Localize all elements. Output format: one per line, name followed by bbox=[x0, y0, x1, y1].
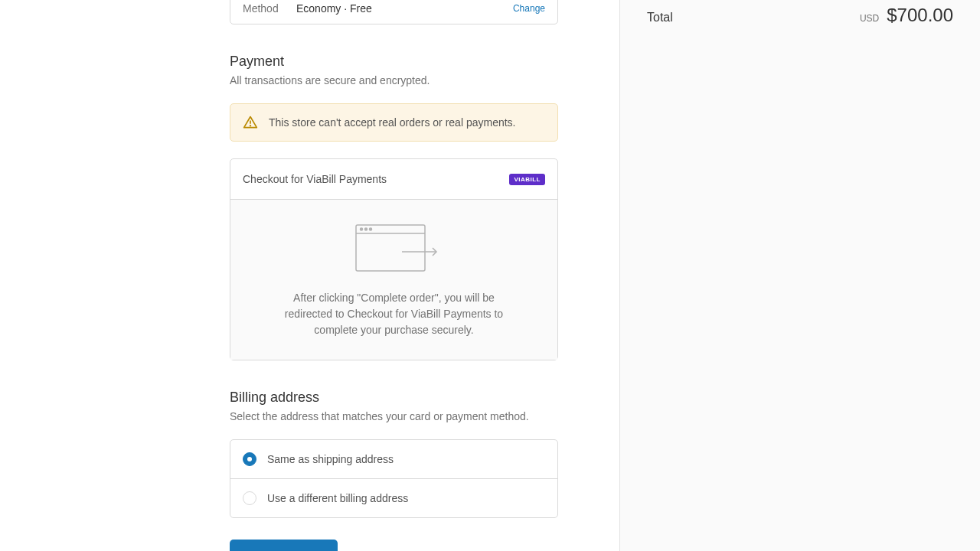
svg-rect-2 bbox=[356, 225, 425, 271]
payment-method-name: Checkout for ViaBill Payments bbox=[243, 173, 387, 185]
payment-method-body: After clicking "Complete order", you wil… bbox=[230, 200, 557, 360]
payment-method-box: Checkout for ViaBill Payments VIABILL Af… bbox=[230, 158, 558, 360]
billing-option-different[interactable]: Use a different billing address bbox=[230, 479, 557, 517]
shipping-method-row: Method Economy · Free Change bbox=[230, 0, 557, 24]
viabill-badge: VIABILL bbox=[509, 174, 545, 185]
svg-point-6 bbox=[369, 228, 371, 230]
actions-row: Complete order Return to shipping bbox=[230, 540, 558, 551]
payment-subtitle: All transactions are secure and encrypte… bbox=[230, 74, 558, 86]
total-label: Total bbox=[647, 11, 673, 24]
total-amount: $700.00 bbox=[887, 5, 953, 26]
warning-banner: This store can't accept real orders or r… bbox=[230, 103, 558, 142]
change-shipping-link[interactable]: Change bbox=[513, 3, 545, 14]
billing-options-group: Same as shipping address Use a different… bbox=[230, 439, 558, 518]
billing-subtitle: Select the address that matches your car… bbox=[230, 410, 558, 422]
svg-point-4 bbox=[360, 228, 362, 230]
billing-option-same-label: Same as shipping address bbox=[267, 453, 394, 465]
order-summary-sidebar: Total USD $700.00 bbox=[620, 0, 980, 551]
payment-redirect-text: After clicking "Complete order", you wil… bbox=[276, 290, 511, 338]
payment-title: Payment bbox=[230, 54, 558, 70]
billing-title: Billing address bbox=[230, 390, 558, 406]
method-value: Economy · Free bbox=[296, 2, 513, 15]
warning-icon bbox=[243, 115, 258, 130]
svg-point-1 bbox=[250, 126, 251, 126]
complete-order-button[interactable]: Complete order bbox=[230, 540, 338, 551]
billing-option-different-label: Use a different billing address bbox=[267, 492, 408, 504]
redirect-icon bbox=[348, 221, 440, 275]
payment-method-header[interactable]: Checkout for ViaBill Payments VIABILL bbox=[230, 159, 557, 200]
radio-unselected-icon bbox=[243, 491, 256, 505]
svg-point-5 bbox=[364, 228, 367, 230]
total-currency: USD bbox=[860, 13, 879, 24]
billing-option-same[interactable]: Same as shipping address bbox=[230, 440, 557, 479]
total-row: Total USD $700.00 bbox=[647, 0, 953, 26]
radio-selected-icon bbox=[243, 452, 256, 466]
warning-text: This store can't accept real orders or r… bbox=[269, 116, 515, 129]
method-label: Method bbox=[243, 2, 296, 15]
shipping-summary-box: Method Economy · Free Change bbox=[230, 0, 558, 24]
